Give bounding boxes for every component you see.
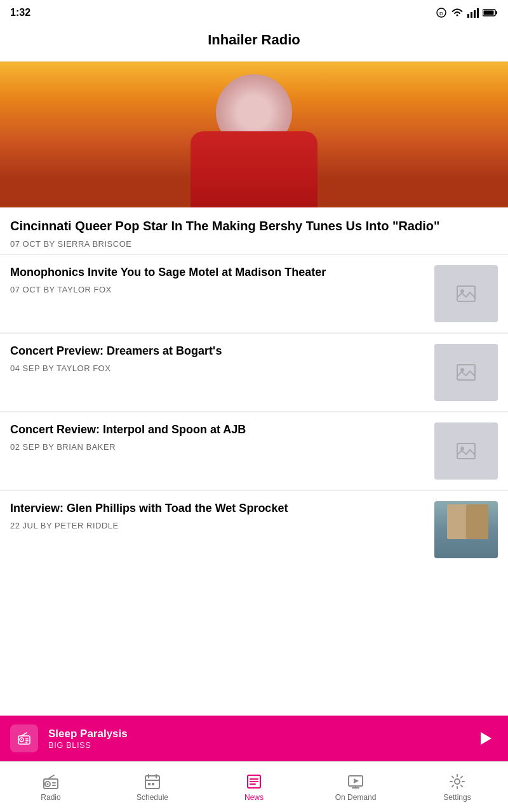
article-thumbnail: [434, 344, 498, 401]
play-icon: [476, 730, 494, 747]
article-text: Concert Review: Interpol and Spoon at AJ…: [10, 422, 424, 452]
svg-rect-3: [471, 12, 472, 18]
svg-rect-2: [467, 14, 469, 18]
svg-point-12: [460, 368, 464, 372]
article-thumbnail: [434, 265, 498, 322]
svg-point-24: [47, 783, 49, 785]
now-playing-title: Sleep Paralysis: [48, 728, 462, 740]
article-text: Concert Preview: Dreamers at Bogart's 04…: [10, 344, 424, 373]
article-list: Cincinnati Queer Pop Star In The Making …: [0, 62, 508, 670]
radio-app-icon: [17, 731, 32, 746]
nav-label-on-demand: On Demand: [335, 793, 377, 802]
svg-rect-19: [25, 740, 29, 742]
hero-article-meta: 07 OCT BY SIERRA BRISCOE: [10, 239, 498, 249]
status-bar: 1:32 D: [0, 0, 508, 25]
list-item[interactable]: Concert Preview: Dreamers at Bogart's 04…: [0, 333, 508, 411]
article-title: Concert Preview: Dreamers at Bogart's: [10, 344, 424, 358]
now-playing-text: Sleep Paralysis BIG BLISS: [48, 728, 462, 750]
status-time: 1:32: [10, 7, 30, 18]
svg-rect-27: [145, 776, 159, 789]
settings-icon: [448, 773, 466, 790]
now-playing-bar[interactable]: Sleep Paralysis BIG BLISS: [0, 716, 508, 761]
svg-rect-9: [457, 286, 475, 301]
svg-marker-21: [481, 732, 491, 745]
article-title: Monophonics Invite You to Sage Motel at …: [10, 265, 424, 280]
svg-rect-26: [52, 785, 56, 786]
svg-rect-25: [52, 782, 56, 783]
signal-icon: [467, 8, 479, 18]
schedule-icon: [144, 773, 161, 790]
image-placeholder-icon: [456, 284, 476, 304]
svg-rect-31: [148, 783, 150, 785]
article-thumbnail: [434, 501, 498, 558]
svg-marker-40: [354, 778, 359, 783]
battery-icon: [483, 8, 498, 17]
article-meta: 04 SEP BY TAYLOR FOX: [10, 363, 424, 373]
nav-item-settings[interactable]: Settings: [406, 768, 508, 807]
status-icons: D: [436, 8, 498, 18]
svg-rect-18: [25, 738, 29, 740]
nav-label-news: News: [244, 793, 264, 802]
hero-person-figure: [0, 62, 508, 207]
news-icon: [245, 773, 263, 790]
wifi-icon: [451, 8, 464, 18]
article-title: Interview: Glen Phillips with Toad the W…: [10, 501, 424, 516]
svg-rect-32: [152, 783, 154, 785]
nav-label-schedule: Schedule: [137, 793, 168, 802]
article-text: Interview: Glen Phillips with Toad the W…: [10, 501, 424, 530]
nav-label-settings: Settings: [443, 793, 471, 802]
nav-item-schedule[interactable]: Schedule: [102, 768, 203, 807]
radio-icon: [42, 773, 60, 790]
list-item[interactable]: Concert Review: Interpol and Spoon at AJ…: [0, 412, 508, 490]
article-title: Concert Review: Interpol and Spoon at AJ…: [10, 422, 424, 437]
svg-point-10: [460, 289, 464, 293]
hero-article-title: Cincinnati Queer Pop Star In The Making …: [10, 218, 498, 234]
play-button[interactable]: [472, 726, 498, 751]
list-item[interactable]: Monophonics Invite You to Sage Motel at …: [0, 254, 508, 332]
page-title: Inhailer Radio: [10, 32, 498, 48]
svg-point-17: [21, 739, 22, 740]
svg-rect-4: [474, 10, 476, 18]
nav-label-radio: Radio: [41, 793, 60, 802]
image-placeholder-icon: [456, 441, 476, 461]
hero-text: Cincinnati Queer Pop Star In The Making …: [0, 207, 508, 254]
now-playing-artist: BIG BLISS: [48, 740, 462, 750]
svg-rect-5: [477, 8, 479, 18]
nav-item-on-demand[interactable]: On Demand: [305, 768, 406, 807]
svg-rect-13: [457, 443, 475, 459]
article-meta: 22 JUL BY PETER RIDDLE: [10, 521, 424, 530]
article-meta: 07 OCT BY TAYLOR FOX: [10, 285, 424, 294]
svg-rect-11: [457, 365, 475, 380]
svg-point-41: [455, 779, 460, 784]
now-playing-app-icon: [10, 724, 38, 752]
on-demand-icon: [347, 773, 364, 790]
svg-rect-22: [44, 779, 58, 789]
hero-article[interactable]: Cincinnati Queer Pop Star In The Making …: [0, 62, 508, 254]
page-header: Inhailer Radio: [0, 25, 508, 62]
bottom-nav: Radio Schedule News On Demand: [0, 761, 508, 812]
image-placeholder-icon: [456, 362, 476, 383]
svg-rect-8: [484, 11, 494, 15]
article-text: Monophonics Invite You to Sage Motel at …: [10, 265, 424, 294]
svg-point-14: [460, 447, 464, 450]
nav-item-news[interactable]: News: [203, 768, 305, 807]
nav-item-radio[interactable]: Radio: [0, 768, 102, 807]
list-item[interactable]: Interview: Glen Phillips with Toad the W…: [0, 490, 508, 568]
hero-image: [0, 62, 508, 207]
data-icon: D: [436, 8, 447, 18]
svg-rect-20: [25, 742, 27, 743]
article-meta: 02 SEP BY BRIAN BAKER: [10, 442, 424, 452]
svg-rect-7: [496, 11, 498, 15]
article-thumbnail: [434, 422, 498, 480]
svg-text:D: D: [439, 11, 443, 16]
